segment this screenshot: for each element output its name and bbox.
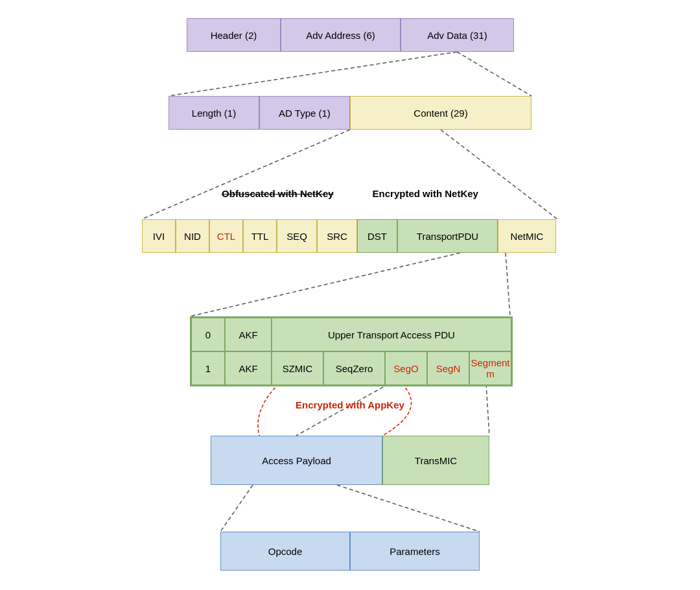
obfuscated-label: Obfuscated with NetKey — [222, 188, 334, 199]
svg-line-3 — [441, 130, 557, 219]
ivi-box: IVI — [142, 219, 176, 253]
akf-0-box: AKF — [225, 318, 272, 351]
seg-0-box: 0 — [191, 318, 225, 351]
transmic-box: TransMIC — [382, 436, 489, 485]
src-box: SRC — [317, 219, 357, 253]
row4-transport-pdu: 0 AKF Upper Transport Access PDU 1 AKF S… — [190, 316, 513, 386]
upper-transport-access-pdu-box: Upper Transport Access PDU — [272, 318, 511, 351]
content-box: Content (29) — [350, 96, 531, 130]
access-payload-box: Access Payload — [211, 436, 382, 485]
svg-line-1 — [457, 52, 531, 96]
row2-adv-data: Length (1) AD Type (1) Content (29) — [169, 96, 531, 130]
row6-access-payload: Opcode Parameters — [220, 532, 480, 571]
row4-segmented: 1 AKF SZMIC SeqZero SegO SegN Segment m — [191, 351, 511, 385]
segment-m-box: Segment m — [469, 351, 511, 385]
ad-type-box: AD Type (1) — [259, 96, 350, 130]
length-box: Length (1) — [169, 96, 259, 130]
dst-box: DST — [357, 219, 397, 253]
svg-line-2 — [142, 130, 350, 219]
svg-line-4 — [190, 253, 460, 316]
row5-access-pdu: Access Payload TransMIC — [211, 436, 489, 485]
row1-ble-packet: Header (2) Adv Address (6) Adv Data (31) — [187, 18, 514, 52]
svg-line-5 — [506, 253, 510, 316]
header-box: Header (2) — [187, 18, 281, 52]
netmic-box: NetMIC — [498, 219, 556, 253]
seg-1-box: 1 — [191, 351, 225, 385]
sego-box: SegO — [385, 351, 427, 385]
encrypted-netkey-label: Encrypted with NetKey — [373, 188, 478, 199]
encrypted-appkey-label: Encrypted with AppKey — [296, 399, 404, 410]
encryption-labels: Obfuscated with NetKey Encrypted with Ne… — [222, 188, 478, 199]
svg-line-0 — [169, 52, 457, 96]
transport-pdu-box: TransportPDU — [397, 219, 498, 253]
svg-line-8 — [220, 485, 253, 532]
opcode-box: Opcode — [220, 532, 350, 571]
szmic-box: SZMIC — [272, 351, 323, 385]
adv-data-box: Adv Data (31) — [401, 18, 514, 52]
row3-network-pdu: IVI NID CTL TTL SEQ SRC DST TransportPDU… — [142, 219, 556, 253]
svg-line-7 — [486, 384, 489, 436]
row4-unsegmented: 0 AKF Upper Transport Access PDU — [191, 318, 511, 351]
diagram-container: { "row1": { "boxes": [ {"label": "Header… — [0, 0, 700, 590]
seq-box: SEQ — [277, 219, 317, 253]
segn-box: SegN — [427, 351, 469, 385]
ctl-box: CTL — [209, 219, 243, 253]
adv-address-box: Adv Address (6) — [281, 18, 401, 52]
seqzero-box: SeqZero — [323, 351, 385, 385]
connector-lines — [0, 0, 700, 590]
akf-1-box: AKF — [225, 351, 272, 385]
ttl-box: TTL — [243, 219, 277, 253]
svg-line-9 — [337, 485, 480, 532]
parameters-box: Parameters — [350, 532, 480, 571]
nid-box: NID — [176, 219, 209, 253]
